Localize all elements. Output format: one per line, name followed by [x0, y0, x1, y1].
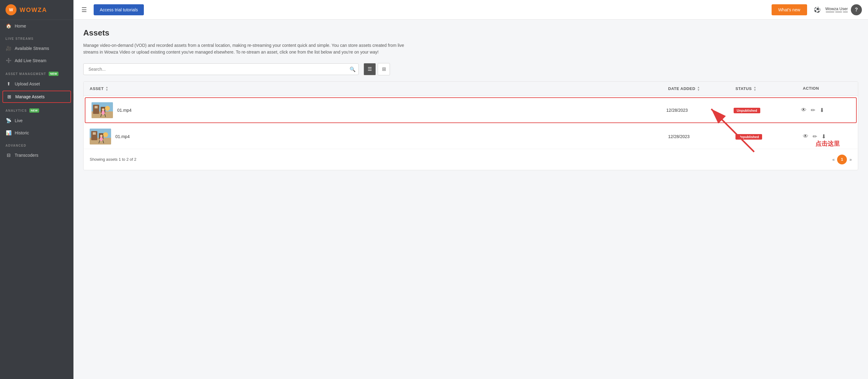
sidebar-item-manage-assets[interactable]: ⊞ Manage Assets Manage VOD Assets: [2, 91, 71, 103]
table-row[interactable]: 01.mp4 12/28/2023 Unpublished 👁 ✏ ⬇: [85, 97, 857, 123]
col-asset: Asset ▲▼: [90, 86, 668, 92]
live-streams-section-label: Live Streams: [0, 32, 73, 42]
sort-arrows-asset: ▲▼: [105, 86, 108, 92]
col-action: Action: [803, 86, 852, 92]
user-bar-1: [826, 11, 834, 13]
edit-icon-1[interactable]: ✏: [811, 107, 815, 114]
user-name: Wowza User: [826, 6, 848, 11]
pagination-controls: « 1 »: [832, 155, 852, 164]
sidebar-item-home[interactable]: 🏠 Home: [0, 20, 73, 32]
user-bars: [826, 11, 848, 13]
sort-arrows-date: ▲▼: [697, 86, 700, 92]
pagination-row: Showing assets 1 to 2 of 2 « 1 »: [84, 149, 858, 170]
sort-arrows-status: ▲▼: [753, 86, 756, 92]
page-1-button[interactable]: 1: [837, 155, 847, 164]
col-date: Date Added ▲▼: [668, 86, 736, 92]
sidebar-item-live[interactable]: 📡 Live: [0, 115, 73, 127]
analytics-new-badge: NEW: [29, 108, 39, 113]
sidebar-item-add-live-stream[interactable]: ➕ Add Live Stream: [0, 55, 73, 67]
assets-table: Asset ▲▼ Date Added ▲▼ Status ▲▼ Action: [83, 82, 858, 170]
table-row[interactable]: 01.mp4 12/28/2023 Unpublished 👁 ✏ ⬇: [84, 124, 858, 149]
svg-rect-13: [93, 132, 96, 135]
asset-name-2: 01.mp4: [115, 134, 130, 139]
action-icons-2: 👁 ✏ ⬇: [803, 133, 852, 140]
svg-point-6: [102, 110, 105, 115]
asset-cell-2: 01.mp4: [90, 129, 668, 145]
search-input-wrap: 🔍: [83, 63, 359, 75]
asset-thumbnail-1: [92, 102, 113, 118]
upload-icon: ⬆: [5, 81, 12, 87]
svg-point-7: [102, 108, 104, 111]
page-description: Manage video-on-demand (VOD) and recorde…: [83, 42, 420, 56]
brand-name: WOWZA: [20, 6, 47, 13]
advanced-section-label: Advanced: [0, 139, 73, 149]
whats-new-button[interactable]: What's new: [772, 4, 807, 15]
camera-icon: 🎥: [5, 45, 12, 52]
search-icon-button[interactable]: 🔍: [349, 66, 355, 72]
view-icon-1[interactable]: 👁: [801, 107, 806, 113]
grid-view-button[interactable]: ⊞: [378, 63, 390, 75]
help-circle[interactable]: ?: [851, 4, 862, 15]
sidebar: W WOWZA 🏠 Home Live Streams 🎥 Available …: [0, 0, 73, 379]
status-badge-1: Unpublished: [734, 108, 760, 113]
date-2: 12/28/2023: [668, 134, 736, 139]
date-1: 12/28/2023: [666, 108, 734, 113]
plus-circle-icon: ➕: [5, 58, 12, 64]
chart-icon: 📊: [5, 130, 12, 136]
manage-assets-tooltip: Manage VOD Assets: [73, 93, 73, 100]
hamburger-button[interactable]: ☰: [80, 4, 89, 15]
main-wrapper: ☰ Access trial tutorials What's new ⚽ Wo…: [73, 0, 868, 379]
asset-cell-1: 01.mp4: [92, 102, 666, 118]
view-icon-2[interactable]: 👁: [803, 133, 808, 139]
grid-icon: ⊞: [6, 94, 12, 100]
download-icon-1[interactable]: ⬇: [819, 107, 824, 114]
prev-page-button[interactable]: «: [832, 157, 835, 162]
view-toggle: ☰ ⊞: [364, 63, 390, 75]
svg-point-17: [100, 135, 102, 137]
sidebar-item-upload-asset[interactable]: ⬆ Upload Asset: [0, 78, 73, 90]
page-content: Assets Manage video-on-demand (VOD) and …: [73, 20, 868, 379]
user-info: Wowza User: [826, 6, 848, 13]
svg-rect-3: [95, 106, 98, 108]
search-bar: 🔍 ☰ ⊞: [83, 63, 858, 75]
trial-button[interactable]: Access trial tutorials: [94, 4, 144, 15]
logo-icon: W: [5, 4, 17, 15]
new-badge: NEW: [49, 72, 59, 76]
next-page-button[interactable]: »: [849, 157, 852, 162]
user-bar-2: [835, 11, 842, 13]
list-view-button[interactable]: ☰: [364, 63, 376, 75]
svg-point-15: [103, 132, 108, 137]
topnav: ☰ Access trial tutorials What's new ⚽ Wo…: [73, 0, 868, 20]
svg-point-5: [105, 106, 110, 111]
search-input[interactable]: [83, 63, 359, 75]
svg-point-16: [100, 137, 103, 141]
status-2: Unpublished: [736, 134, 803, 139]
sidebar-item-historic[interactable]: 📊 Historic: [0, 127, 73, 139]
pagination-text: Showing assets 1 to 2 of 2: [90, 157, 136, 162]
download-icon-2[interactable]: ⬇: [822, 133, 826, 140]
asset-management-section: Asset Management NEW: [0, 67, 73, 78]
sidebar-item-available-streams[interactable]: 🎥 Available Streams: [0, 42, 73, 55]
sidebar-item-transcoders[interactable]: ⊟ Transcoders: [0, 149, 73, 161]
status-badge-2: Unpublished: [736, 134, 762, 139]
action-icons-1: 👁 ✏ ⬇: [801, 107, 850, 114]
help-icon-btn[interactable]: ⚽: [812, 5, 823, 15]
transcoders-icon: ⊟: [5, 152, 12, 158]
col-status: Status ▲▼: [736, 86, 803, 92]
asset-thumbnail-2: [90, 129, 111, 145]
status-1: Unpublished: [734, 108, 801, 113]
home-icon: 🏠: [5, 23, 12, 29]
radio-icon: 📡: [5, 118, 12, 124]
sidebar-logo: W WOWZA: [0, 0, 73, 20]
analytics-section: Analytics NEW: [0, 103, 73, 115]
page-title: Assets: [83, 28, 858, 38]
asset-name-1: 01.mp4: [117, 108, 132, 113]
table-header: Asset ▲▼ Date Added ▲▼ Status ▲▼ Action: [84, 82, 858, 96]
edit-icon-2[interactable]: ✏: [813, 133, 817, 140]
user-bar-3: [843, 11, 848, 13]
